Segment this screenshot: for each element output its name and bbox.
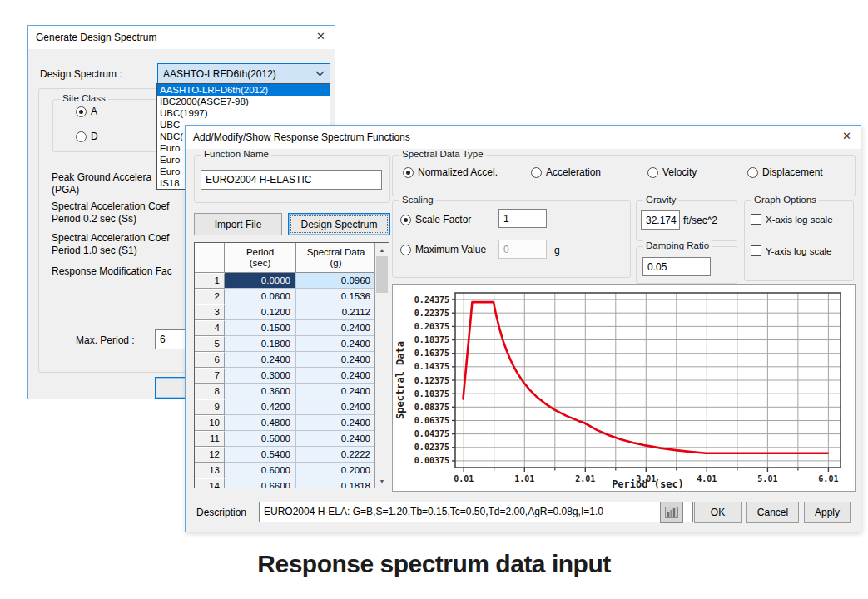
row-number-cell[interactable]: 12 xyxy=(195,447,225,463)
dialog1-titlebar[interactable]: Generate Design Spectrum ✕ xyxy=(28,26,335,49)
import-file-button[interactable]: Import File xyxy=(194,213,282,235)
ok-button[interactable]: OK xyxy=(694,502,742,523)
row-number-cell[interactable]: 7 xyxy=(195,368,225,384)
period-cell[interactable]: 0.3000 xyxy=(225,368,296,384)
spectral-data-cell[interactable]: 0.1536 xyxy=(296,289,376,304)
spectral-data-cell[interactable]: 0.2400 xyxy=(296,368,376,384)
radio-displacement-label: Displacement xyxy=(762,166,823,178)
period-cell[interactable]: 0.1800 xyxy=(225,336,296,352)
svg-text:0.18375: 0.18375 xyxy=(414,335,449,344)
period-cell[interactable]: 0.5000 xyxy=(225,431,296,447)
row-number-cell[interactable]: 14 xyxy=(195,478,225,488)
graph-options-group: Graph Options xyxy=(744,200,854,281)
row-number-cell[interactable]: 5 xyxy=(195,336,225,352)
spectral-data-cell[interactable]: 0.2400 xyxy=(296,399,376,415)
spectral-data-cell[interactable]: 0.2222 xyxy=(296,447,376,463)
row-number-cell[interactable]: 4 xyxy=(195,320,225,336)
table-row: 120.54000.2222 xyxy=(195,447,389,463)
spectral-data-cell[interactable]: 0.2400 xyxy=(296,336,376,352)
scale-factor-input[interactable]: 1 xyxy=(498,209,547,228)
svg-text:0.00375: 0.00375 xyxy=(414,456,449,465)
row-number-cell[interactable]: 10 xyxy=(195,415,225,431)
spectral-data-cell[interactable]: 0.2400 xyxy=(296,431,376,447)
period-cell[interactable]: 0.4200 xyxy=(225,399,296,415)
row-number-cell[interactable]: 3 xyxy=(195,304,225,320)
corner-header-cell xyxy=(195,243,225,273)
period-cell[interactable]: 0.3600 xyxy=(225,384,296,399)
period-cell[interactable]: 0.4800 xyxy=(225,415,296,431)
response-modification-label: Response Modification Fac xyxy=(52,265,172,277)
spectral-data-cell[interactable]: 0.2000 xyxy=(296,463,376,478)
checkbox-x-axis-log[interactable]: X-axis log scale xyxy=(751,214,833,225)
gravity-label: Gravity xyxy=(643,195,678,205)
svg-text:0.02375: 0.02375 xyxy=(414,443,449,452)
spectral-data-cell[interactable]: 0.2400 xyxy=(296,415,376,431)
row-number-cell[interactable]: 6 xyxy=(195,352,225,368)
scroll-down-icon[interactable]: ▼ xyxy=(375,474,389,488)
scroll-up-icon[interactable]: ▲ xyxy=(375,243,389,256)
scrollbar-thumb[interactable] xyxy=(376,256,388,293)
spectral-data-cell[interactable]: 0.2400 xyxy=(296,384,376,399)
design-spectrum-combobox[interactable]: AASHTO-LRFD6th(2012) xyxy=(157,63,330,84)
radio-velocity[interactable]: Velocity xyxy=(647,166,697,178)
period-cell[interactable]: 0.2400 xyxy=(225,352,296,368)
spectral-data-cell[interactable]: 0.0960 xyxy=(296,273,376,289)
gravity-input[interactable]: 32.174 xyxy=(641,210,680,230)
radio-normalized-accel[interactable]: Normalized Accel. xyxy=(403,166,498,178)
table-scrollbar[interactable]: ▲ ▼ xyxy=(374,243,389,488)
radio-maximum-value[interactable]: Maximum Value xyxy=(400,244,486,255)
table-row: 100.48000.2400 xyxy=(195,415,389,431)
radio-selected-icon xyxy=(403,167,414,178)
show-graph-button[interactable] xyxy=(660,502,683,523)
dialog1-close-icon[interactable]: ✕ xyxy=(316,30,325,43)
spectral-data-cell[interactable]: 0.2400 xyxy=(296,320,376,336)
period-cell[interactable]: 0.6600 xyxy=(225,478,296,488)
row-number-cell[interactable]: 1 xyxy=(195,273,225,289)
function-name-input[interactable]: EURO2004 H-ELASTIC xyxy=(201,170,382,190)
design-spectrum-button[interactable]: Design Spectrum xyxy=(288,213,390,235)
radio-acceleration[interactable]: Acceleration xyxy=(531,166,601,178)
cancel-button[interactable]: Cancel xyxy=(746,502,799,523)
period-cell[interactable]: 0.1500 xyxy=(225,320,296,336)
dropdown-item[interactable]: UBC(1997) xyxy=(157,107,330,119)
description-input[interactable]: EURO2004 H-ELA: G=B,S=1.20,Tb=0.15,Tc=0.… xyxy=(259,502,693,522)
svg-text:0.14375: 0.14375 xyxy=(414,362,449,371)
spectral-data-cell[interactable]: 0.2400 xyxy=(296,352,376,368)
spectral-data-cell[interactable]: 0.2112 xyxy=(296,304,376,320)
spectral-data-cell[interactable]: 0.1818 xyxy=(296,478,376,488)
dropdown-item[interactable]: IBC2000(ASCE7-98) xyxy=(157,96,330,107)
radio-displacement[interactable]: Displacement xyxy=(747,166,823,178)
dialog2-close-icon[interactable]: ✕ xyxy=(842,130,851,143)
checkbox-y-axis-log[interactable]: Y-axis log scale xyxy=(751,245,831,256)
period-cell[interactable]: 0.0000 xyxy=(225,273,296,289)
radio-unselected-icon xyxy=(400,245,411,255)
maximum-value-input[interactable]: 0 xyxy=(498,240,547,259)
dropdown-item[interactable]: AASHTO-LRFD6th(2012) xyxy=(157,84,330,96)
period-cell[interactable]: 0.0600 xyxy=(225,289,296,304)
table-row: 10.00000.0960 xyxy=(195,273,389,289)
site-class-option-a[interactable]: A xyxy=(76,106,97,117)
site-class-option-d[interactable]: D xyxy=(76,131,98,142)
bar-chart-icon xyxy=(665,507,678,518)
row-number-cell[interactable]: 8 xyxy=(195,384,225,399)
svg-text:2.01: 2.01 xyxy=(575,474,595,483)
radio-unselected-icon xyxy=(531,167,542,178)
spectrum-table-header: Period (sec) Spectral Data (g) xyxy=(195,243,389,273)
dialog2-titlebar[interactable]: Add/Modify/Show Response Spectrum Functi… xyxy=(186,126,861,149)
row-number-cell[interactable]: 2 xyxy=(195,289,225,304)
damping-ratio-input[interactable]: 0.05 xyxy=(642,257,711,276)
radio-selected-icon xyxy=(400,215,411,225)
svg-text:0.12375: 0.12375 xyxy=(414,376,449,385)
site-class-group: Site Class xyxy=(52,99,173,152)
period-cell[interactable]: 0.1200 xyxy=(225,304,296,320)
radio-scale-factor[interactable]: Scale Factor xyxy=(400,214,471,225)
row-number-cell[interactable]: 9 xyxy=(195,399,225,415)
gravity-unit: ft/sec^2 xyxy=(683,215,717,226)
period-cell[interactable]: 0.5400 xyxy=(225,447,296,463)
spectrum-chart: 0.011.012.013.014.015.016.010.003750.023… xyxy=(393,285,855,491)
row-number-cell[interactable]: 13 xyxy=(195,463,225,478)
apply-button[interactable]: Apply xyxy=(804,502,851,523)
period-cell[interactable]: 0.6000 xyxy=(225,463,296,478)
row-number-cell[interactable]: 11 xyxy=(195,431,225,447)
response-spectrum-dialog: Add/Modify/Show Response Spectrum Functi… xyxy=(185,125,861,532)
